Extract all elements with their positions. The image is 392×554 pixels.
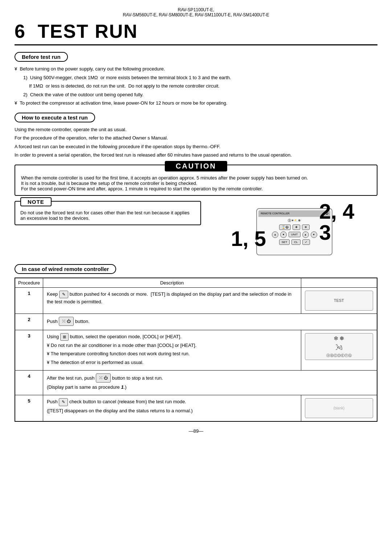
before-item-2: 1) Using 500V-megger, check 1MΩ or more … (23, 74, 377, 81)
remote-btn-unit: UNIT (289, 232, 301, 237)
caution-box: CAUTION When the remote controller is us… (15, 165, 377, 196)
wired-section-label: In case of wired remote controller (15, 264, 116, 274)
chapter-title-text: TEST RUN (38, 21, 138, 42)
btn-power-inline-4: ⁙ ⏻ (96, 373, 111, 383)
remote-btn-check: ✓ (302, 239, 310, 245)
caution-line-2: It is not a trouble, but is because the … (21, 181, 371, 186)
symbol-row: ⒶⒷⒸⒹⒺⒻⒼ (326, 353, 352, 358)
how-to-execute-label: How to execute a test run (15, 113, 95, 122)
model-line1: RAV-SP1100UT-E, (178, 7, 215, 12)
note-box: NOTE Do not use the forced test run for … (15, 201, 201, 225)
proc-num-2: 2 (15, 314, 43, 330)
proc-desc-2: Push ⁙ ⏻ button. (43, 314, 377, 330)
remote-btn-snow: ❄ (302, 225, 310, 230)
how-to-execute-section: How to execute a test run Using the remo… (15, 113, 377, 159)
remote-symbols-top: Ⓢ☀⛅❄ (288, 218, 301, 223)
btn-check-inline-1: ✎ (59, 291, 68, 298)
btn-power-inline-2: ⁙ ⏻ (59, 317, 74, 326)
before-item-4: ¥ To protect the compressor at activatio… (15, 100, 377, 107)
wired-section: In case of wired remote controller Proce… (15, 264, 377, 422)
table-row: 1 Keep ✎ button pushed for 4 seconds or … (15, 287, 377, 314)
diagram-num-3: 3 (319, 222, 354, 243)
snowflake2-icon: ❅ (339, 335, 344, 341)
italic-1-ref: 1 (121, 384, 123, 390)
diagram-column: REMOTE CONTROLLER ○ ⏻ Ⓢ☀⛅❄ ⌛⏻ ❖ ❄ (208, 201, 377, 259)
remote-btn-down: ▼ (280, 231, 287, 238)
how-line-4: In order to prevent a serial operation, … (15, 151, 377, 159)
note-text: Do not use the forced test run for cases… (20, 210, 195, 221)
proc-desc-5: Push ✎ check button to cancel (release f… (43, 395, 301, 422)
note-title: NOTE (20, 197, 52, 206)
remote-btn-up2: ▲ (302, 231, 309, 238)
btn-check-inline-5: ✎ (59, 398, 68, 406)
remote-row-2: ⌛⏻ ❖ ❄ (261, 225, 328, 230)
before-item-2b: If 1MΩ or less is detected, do not run t… (29, 82, 377, 90)
display-mockup-3: ❄ ❅ 🌬 ⒶⒷⒸⒹⒺⒻⒼ (305, 333, 373, 360)
col-procedure: Procedure (15, 278, 43, 288)
model-info: RAV-SP1100UT-E, RAV-SM560UT-E, RAV-SM800… (15, 7, 377, 17)
remote-row-3: ▲ ▼ UNIT ▲ ▼ (261, 231, 328, 238)
remote-btn-down2: ▼ (311, 231, 317, 238)
table-row: 5 Push ✎ check button to cancel (release… (15, 395, 377, 422)
proc-desc-3: Using ⊞ button, select the operation mod… (43, 330, 301, 370)
page-number: ―89― (189, 428, 203, 434)
proc-desc-4: After the test run, push ⁙ ⏻ button to s… (43, 370, 377, 395)
remote-btn-up: ▲ (272, 231, 278, 238)
model-line2: RAV-SM560UT-E, RAV-SM800UT-E, RAV-SM1100… (123, 12, 269, 17)
before-item-1: ¥ Before turning on the power supply, ca… (15, 65, 377, 73)
diagram-num-15-text: 1, 5 (231, 227, 266, 250)
remote-btn-set: SET (279, 239, 290, 245)
proc-img-1: TEST (301, 287, 377, 314)
proc-img-5: (blank) (301, 395, 377, 422)
remote-btn-mode: ⌛⏻ (279, 225, 291, 230)
proc-num-5: 5 (15, 395, 43, 422)
remote-btn-cl: CL (291, 239, 300, 245)
proc-num-1: 1 (15, 287, 43, 314)
table-row: 2 Push ⁙ ⏻ button. (15, 314, 377, 330)
caution-line-1: When the remote controller is used for t… (21, 175, 371, 181)
note-column: NOTE Do not use the forced test run for … (15, 201, 201, 228)
chapter-number: 6 (15, 21, 26, 42)
before-test-run-section: Before test run ¥ Before turning on the … (15, 52, 377, 107)
before-item-3: 2) Check the valve of the outdoor unit b… (23, 91, 377, 98)
middle-row: NOTE Do not use the forced test run for … (15, 201, 377, 259)
proc-num-4: 4 (15, 370, 43, 395)
chapter-title: 6 TEST RUN (15, 20, 377, 45)
proc-desc-1: Keep ✎ button pushed for 4 seconds or mo… (43, 287, 301, 314)
remote-row-4: SET CL ✓ (261, 239, 328, 245)
remote-label: REMOTE CONTROLLER (261, 212, 290, 215)
diagram-num-15: 1, 5 (231, 226, 266, 251)
display-mockup-1: TEST (305, 291, 373, 311)
col-image (301, 278, 377, 288)
caution-title: CAUTION (165, 161, 227, 171)
footer-page: ―89― (15, 428, 377, 434)
how-line-1: Using the remote controller, operate the… (15, 126, 377, 133)
remote-row-1: Ⓢ☀⛅❄ (261, 218, 328, 223)
col-description: Description (43, 278, 301, 288)
diagram-area: REMOTE CONTROLLER ○ ⏻ Ⓢ☀⛅❄ ⌛⏻ ❖ ❄ (231, 201, 354, 259)
mode-icon-inline: ⊞ (60, 333, 69, 341)
display-mockup-5: (blank) (305, 398, 373, 418)
caution-line-3: For the second power-ON time and after, … (21, 186, 371, 191)
proc-num-3: 3 (15, 330, 43, 370)
proc-img-3: ❄ ❅ 🌬 ⒶⒷⒸⒹⒺⒻⒼ (301, 330, 377, 370)
table-row: 4 After the test run, push ⁙ ⏻ button to… (15, 370, 377, 395)
before-test-run-label: Before test run (15, 52, 68, 62)
diagram-numbers-24: 2, 4 3 (319, 201, 354, 243)
wind-icon: 🌬 (335, 343, 343, 352)
remote-btn-fan: ❖ (293, 225, 300, 230)
how-line-3: A forced test run can be executed in the… (15, 143, 377, 150)
how-line-2: For the procedure of the operation, refe… (15, 134, 377, 142)
snowflake-icon: ❄ (334, 335, 338, 341)
procedure-table: Procedure Description 1 Keep ✎ button pu… (15, 278, 377, 422)
diagram-num-24: 2, 4 (319, 201, 354, 222)
table-row: 3 Using ⊞ button, select the operation m… (15, 330, 377, 370)
